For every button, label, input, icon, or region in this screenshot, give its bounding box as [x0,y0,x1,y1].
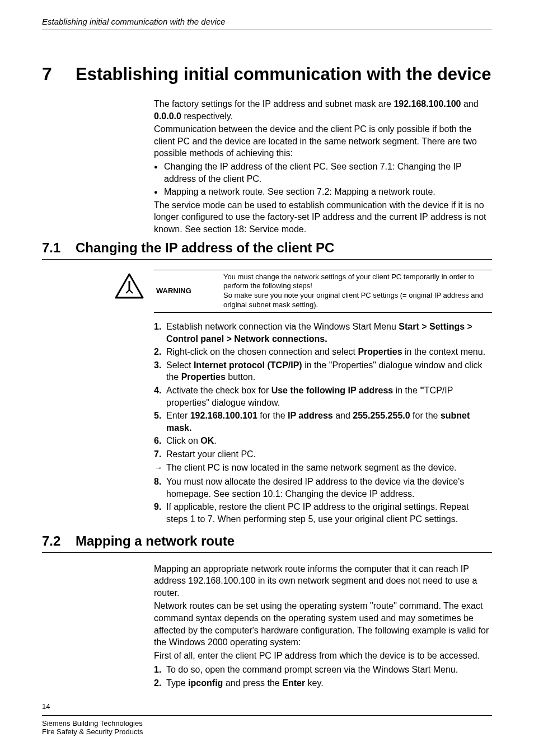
step-8: You must now allocate the desired IP add… [154,476,492,500]
intro-p1: The factory settings for the IP address … [154,98,492,122]
section-7-1-body: Establish network connection via the Win… [154,321,492,525]
intro-p2: Communication between the device and the… [154,123,492,159]
chapter-number: 7 [42,64,76,84]
s72-p1: Mapping an appropriate network route inf… [154,563,492,599]
section-title: Mapping a network route [76,533,235,549]
chapter-heading: 7 Establishing initial communication wit… [42,64,492,84]
section-number: 7.2 [42,533,76,549]
section-7-2-body: Mapping an appropriate network route inf… [154,563,492,689]
intro-p3: The service mode can be used to establis… [154,199,492,236]
section-7-1-heading: 7.1 Changing the IP address of the clien… [42,240,492,260]
s72-p3: First of all, enter the client PC IP add… [154,650,492,662]
footer-line-2: Fire Safety & Security Products [42,727,492,736]
step-5: Enter 192.168.100.101 for the IP address… [154,410,492,434]
page-footer: 14 Siemens Building Technologies Fire Sa… [42,702,492,736]
section-7-2-heading: 7.2 Mapping a network route [42,533,492,553]
footer-line-1: Siemens Building Technologies [42,719,492,727]
section-number: 7.1 [42,240,76,256]
step-6: Click on OK. [154,435,492,447]
step-1: Establish network connection via the Win… [154,321,492,345]
page-number: 14 [42,702,492,711]
step-7: Restart your client PC. [154,448,492,461]
warning-label: WARNING [154,270,221,313]
step-9: If applicable, restore the client PC IP … [154,501,492,525]
chapter-intro: The factory settings for the IP address … [154,98,492,236]
s72-step-2: Type ipconfig and press the Enter key. [154,677,492,689]
running-header: Establishing initial communication with … [42,17,492,30]
warning-text-2: So make sure you note your original clie… [223,291,490,310]
section-title: Changing the IP address of the client PC [76,240,334,256]
chapter-title: Establishing initial communication with … [76,64,491,84]
s72-step-1: To do so, open the command prompt screen… [154,664,492,676]
step-3: Select Internet protocol (TCP/IP) in the… [154,359,492,383]
warning-block: WARNING You must change the network sett… [115,270,492,313]
intro-bullet-1: Changing the IP address of the client PC… [154,161,492,185]
s72-p2: Network routes can be set using the oper… [154,600,492,648]
step-4: Activate the check box for Use the follo… [154,384,492,408]
result-line: The client PC is now located in the same… [154,462,492,474]
warning-icon [115,270,144,301]
step-2: Right-click on the chosen connection and… [154,346,492,358]
warning-text-1: You must change the network settings of … [223,273,490,292]
intro-bullet-2: Mapping a network route. See section 7.2… [154,186,492,198]
